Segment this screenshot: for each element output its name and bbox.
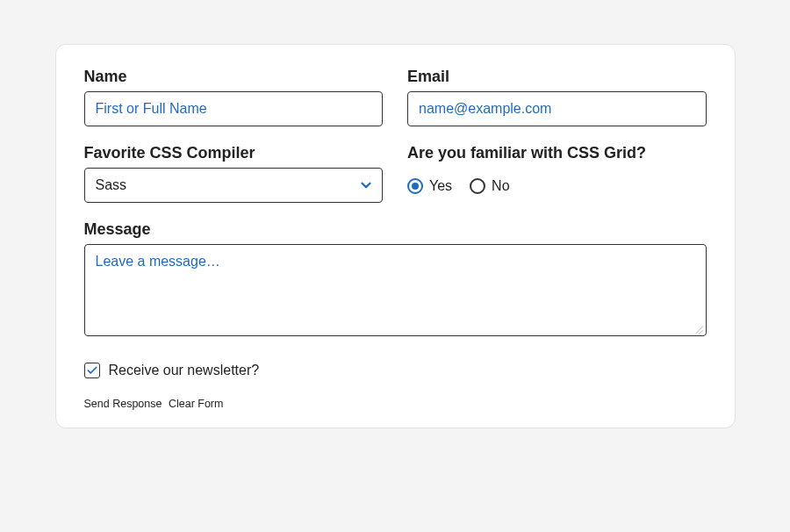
field-grid-familiar: Are you familiar with CSS Grid? Yes No: [407, 144, 707, 203]
button-row: Send Response Clear Form: [84, 398, 707, 410]
grid-familiar-label: Are you familiar with CSS Grid?: [407, 144, 707, 162]
email-input[interactable]: [407, 91, 707, 126]
radio-yes[interactable]: Yes: [407, 178, 452, 194]
form-grid: Name Email Favorite CSS Compiler Sass Ar…: [84, 68, 707, 340]
radio-icon: [470, 178, 485, 194]
checkbox-icon: [84, 363, 100, 378]
compiler-select[interactable]: Sass: [84, 168, 384, 203]
clear-form-button[interactable]: Clear Form: [169, 398, 224, 410]
field-compiler: Favorite CSS Compiler Sass: [84, 144, 384, 203]
form-card: Name Email Favorite CSS Compiler Sass Ar…: [55, 44, 736, 428]
grid-familiar-radio-group: Yes No: [407, 168, 707, 203]
compiler-selected-value: Sass: [84, 168, 384, 203]
send-response-button[interactable]: Send Response: [84, 398, 162, 410]
radio-no[interactable]: No: [470, 178, 509, 194]
field-name: Name: [84, 68, 384, 126]
name-label: Name: [84, 68, 384, 86]
radio-yes-label: Yes: [429, 178, 452, 194]
message-label: Message: [84, 220, 707, 239]
name-input[interactable]: [84, 91, 384, 126]
radio-icon: [407, 178, 423, 194]
email-label: Email: [407, 68, 707, 86]
message-textarea[interactable]: [84, 244, 707, 336]
field-message: Message: [84, 220, 707, 340]
newsletter-label: Receive our newsletter?: [109, 363, 260, 378]
compiler-label: Favorite CSS Compiler: [84, 144, 384, 162]
radio-no-label: No: [492, 178, 509, 194]
newsletter-checkbox[interactable]: Receive our newsletter?: [84, 363, 707, 378]
field-email: Email: [407, 68, 707, 126]
